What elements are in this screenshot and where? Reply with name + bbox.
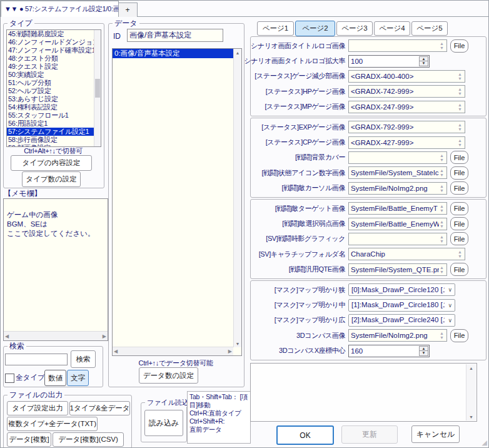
list-item[interactable]: 53:あらすじ設定 — [7, 95, 94, 103]
window-tab[interactable]: ▼▼ ● 57:システムファイル設定1/0:画 — [1, 1, 119, 17]
field-input[interactable]: SystemFile/Battle_EnemyT▲▼ — [348, 202, 447, 215]
scroll-right-icon[interactable]: ▶ — [228, 349, 232, 354]
scroll-left-icon[interactable]: ◀ — [114, 349, 118, 354]
all-type-checkbox[interactable] — [5, 374, 14, 383]
list-item[interactable]: 48:クエスト分類 — [7, 54, 94, 63]
combo-box[interactable]: [1]:Mask_DrawP_Circle180 [ユー∨ — [348, 299, 455, 312]
field-spinner[interactable]: ▲▼ — [456, 71, 464, 81]
text-search-button[interactable]: 文字 — [67, 370, 89, 386]
scroll-left-icon[interactable]: ◀ — [5, 332, 9, 341]
search-button[interactable]: 検索 — [71, 350, 96, 368]
output-button-3[interactable]: 複数タイプ+全データ(TXT) — [7, 417, 98, 431]
list-item[interactable]: 45:戦闘難易度設定 — [7, 30, 94, 38]
field-spinner[interactable]: ▲▼ — [438, 41, 446, 51]
page-tab-4[interactable]: ページ4 — [374, 21, 410, 36]
list-item[interactable]: 55:スタッフロール1 — [7, 111, 94, 120]
number-spinner[interactable]: ▲▼ — [419, 56, 428, 66]
combo-box[interactable]: [2]:Mask_DrawP_Circle240 [ユー∨ — [348, 314, 455, 327]
field-input[interactable]: <GRADX-400-400>▲▼ — [348, 70, 465, 83]
data-list-vscrollbar[interactable]: ▲ ▼ — [233, 49, 241, 347]
list-item[interactable]: 54:権利表記設定 — [7, 103, 94, 111]
field-spinner[interactable]: ▲▼ — [438, 330, 446, 340]
output-button-2[interactable]: 1タイプ&全データ — [69, 401, 130, 415]
list-item[interactable]: 52:ヘルプ設定 — [7, 87, 94, 95]
field-input[interactable]: ▲▼ — [348, 233, 447, 245]
field-input[interactable]: CharaChip▲▼ — [348, 248, 465, 260]
list-item[interactable]: 0:画像/音声基本設定 — [113, 49, 233, 58]
page-tab-2[interactable]: ページ2 — [295, 21, 335, 36]
data-count-button[interactable]: データ数の設定 — [139, 367, 198, 384]
extra-field-box[interactable]: ▲ ▼ — [250, 363, 477, 422]
combo-box[interactable]: [0]:Mask_DrawP_Circle120 [ユー∨ — [348, 283, 455, 296]
page-tab-5[interactable]: ページ5 — [411, 21, 448, 36]
field-input[interactable]: <GRADX-792-999>▲▼ — [348, 121, 465, 133]
field-spinner[interactable]: ▲▼ — [438, 265, 446, 275]
spin-down-button[interactable]: ▼ — [419, 61, 428, 66]
list-item[interactable]: 56:用語設定1 — [7, 120, 94, 128]
number-input[interactable]: 160▲▼ — [348, 345, 430, 357]
update-button[interactable]: 更新 — [341, 425, 398, 444]
cancel-button[interactable]: キャンセル — [411, 425, 460, 443]
data-list[interactable]: 0:画像/音声基本設定 ▲ ▼ ◀ ▶ — [112, 48, 242, 356]
scroll-right-icon[interactable]: ▶ — [103, 332, 106, 341]
numeric-search-button[interactable]: 数値 — [44, 370, 66, 386]
number-input[interactable]: 100▲▼ — [348, 55, 430, 68]
field-input[interactable]: SystemFile/System_StateIc▲▼ — [348, 166, 447, 179]
file-button[interactable]: File — [450, 232, 468, 245]
field-spinner[interactable]: ▲▼ — [438, 219, 446, 229]
scroll-up-icon[interactable]: ▲ — [234, 49, 241, 56]
type-count-button[interactable]: タイプ数の設定 — [22, 171, 81, 187]
list-item[interactable]: 51:ヘルプ分類 — [7, 79, 94, 87]
field-spinner[interactable]: ▲▼ — [456, 249, 464, 259]
list-item[interactable]: 50:実績設定 — [7, 71, 94, 79]
type-content-button[interactable]: タイプの内容設定 — [11, 155, 92, 171]
output-button-1[interactable]: タイプ設定出力 — [7, 401, 68, 415]
new-tab-button[interactable]: + — [118, 3, 138, 17]
file-button[interactable]: File — [450, 166, 468, 180]
extra-box-scrollbar[interactable]: ▲ ▼ — [466, 364, 476, 420]
number-spinner[interactable]: ▲▼ — [419, 346, 428, 356]
data-list-hscrollbar[interactable]: ◀ ▶ — [113, 347, 233, 355]
memo-box[interactable]: ゲーム中の画像 BGM、SEは ここで設定してください。 ◀ ▶ — [3, 198, 108, 341]
spin-down-button[interactable]: ▼ — [419, 350, 428, 356]
field-spinner[interactable]: ▲▼ — [456, 122, 464, 132]
field-input[interactable]: SystemFile/Battle_EnemyW▲▼ — [348, 218, 447, 230]
file-button[interactable]: File — [450, 151, 468, 164]
search-input[interactable] — [5, 354, 68, 365]
list-item[interactable]: 46:ノンフィールドダンジョン設定 — [7, 38, 94, 46]
scroll-down-icon[interactable]: ▼ — [234, 340, 241, 347]
scroll-up-icon[interactable]: ▲ — [466, 364, 476, 372]
file-button[interactable]: File — [450, 202, 468, 215]
file-button[interactable]: File — [450, 181, 468, 195]
scrollbar-thumb[interactable] — [95, 79, 100, 98]
list-item[interactable]: 47:ノンフィールド確率設定1 — [7, 46, 94, 54]
file-button[interactable]: File — [450, 263, 468, 276]
scroll-down-icon[interactable]: ▼ — [466, 413, 476, 420]
field-input[interactable]: SystemFile/NoImg2.png▲▼ — [348, 182, 447, 195]
field-input[interactable]: <GRADX-247-999>▲▼ — [348, 101, 465, 113]
page-tab-3[interactable]: ページ3 — [336, 21, 373, 36]
field-input[interactable]: <GRADX-427-999>▲▼ — [348, 136, 465, 149]
spin-up-button[interactable]: ▲ — [419, 346, 428, 351]
load-button[interactable]: 読み込み — [144, 410, 183, 436]
field-input[interactable]: <GRADX-742-999>▲▼ — [348, 85, 465, 98]
field-spinner[interactable]: ▲▼ — [438, 153, 446, 163]
field-spinner[interactable]: ▲▼ — [438, 234, 446, 244]
ok-button[interactable]: OK — [276, 425, 334, 445]
file-button[interactable]: File — [450, 329, 468, 342]
memo-hscrollbar[interactable]: ◀ ▶ — [4, 331, 108, 340]
type-list[interactable]: 45:戦闘難易度設定46:ノンフィールドダンジョン設定47:ノンフィールド確率設… — [6, 29, 101, 147]
list-item[interactable]: 58:歩行画像設定 — [7, 136, 94, 144]
list-item[interactable]: 57:システムファイル設定1 — [7, 128, 94, 136]
field-input[interactable]: SystemFile/System_QTE.pn▲▼ — [348, 263, 447, 276]
field-input[interactable]: ▲▼ — [348, 151, 447, 164]
field-input[interactable]: ▲▼ — [348, 39, 447, 52]
field-spinner[interactable]: ▲▼ — [438, 183, 446, 193]
field-spinner[interactable]: ▲▼ — [456, 86, 464, 96]
page-tab-1[interactable]: ページ1 — [257, 21, 294, 36]
file-button[interactable]: File — [450, 39, 468, 53]
output-button-4[interactable]: データ[複数] — [7, 432, 51, 447]
file-button[interactable]: File — [450, 217, 468, 230]
type-list-scrollbar[interactable] — [94, 30, 101, 146]
spin-up-button[interactable]: ▲ — [419, 56, 428, 61]
